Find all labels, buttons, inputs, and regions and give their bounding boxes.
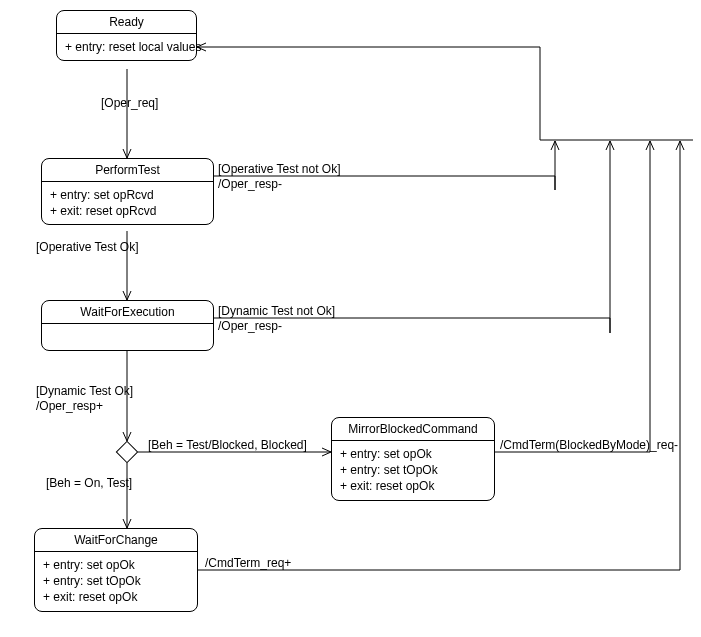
edge-label: [Dynamic Test Ok] — [36, 384, 133, 399]
edge-label: /Oper_resp+ — [36, 399, 103, 414]
edge-label: [Oper_req] — [101, 96, 158, 111]
state-title: WaitForExecution — [42, 301, 213, 324]
edge-label: /Oper_resp- — [218, 177, 282, 192]
edge-label: [Beh = Test/Blocked, Blocked] — [148, 438, 307, 453]
state-body: + entry: set opRcvd + exit: reset opRcvd — [42, 182, 213, 224]
edge-label: [Operative Test Ok] — [36, 240, 139, 255]
state-perform-test: PerformTest + entry: set opRcvd + exit: … — [41, 158, 214, 225]
state-wait-for-change: WaitForChange + entry: set opOk + entry:… — [34, 528, 198, 612]
state-body — [42, 324, 213, 354]
state-line: + entry: set opRcvd — [50, 187, 205, 203]
state-mirror-blocked-command: MirrorBlockedCommand + entry: set opOk +… — [331, 417, 495, 501]
edge-label: [Beh = On, Test] — [46, 476, 132, 491]
state-line: + entry: set tOpOk — [340, 462, 486, 478]
state-line: + entry: set opOk — [43, 557, 189, 573]
state-body: + entry: reset local values — [57, 34, 196, 60]
state-title: MirrorBlockedCommand — [332, 418, 494, 441]
edge-label: [Operative Test not Ok] — [218, 162, 341, 177]
edge-label: /CmdTerm(BlockedByMode)_req- — [500, 438, 678, 453]
state-wait-for-execution: WaitForExecution — [41, 300, 214, 351]
state-line: + exit: reset opOk — [43, 589, 189, 605]
state-line: + entry: reset local values — [65, 39, 188, 55]
state-title: Ready — [57, 11, 196, 34]
state-title: WaitForChange — [35, 529, 197, 552]
edge-label: /Oper_resp- — [218, 319, 282, 334]
state-body: + entry: set opOk + entry: set tOpOk + e… — [35, 552, 197, 611]
edge-label: /CmdTerm_req+ — [205, 556, 291, 571]
state-diagram: { "states": { "ready": { "title": "Ready… — [0, 0, 701, 637]
state-title: PerformTest — [42, 159, 213, 182]
state-line: + exit: reset opOk — [340, 478, 486, 494]
state-line: + entry: set tOpOk — [43, 573, 189, 589]
state-line: + exit: reset opRcvd — [50, 203, 205, 219]
state-ready: Ready + entry: reset local values — [56, 10, 197, 61]
edge-label: [Dynamic Test not Ok] — [218, 304, 335, 319]
state-body: + entry: set opOk + entry: set tOpOk + e… — [332, 441, 494, 500]
state-line: + entry: set opOk — [340, 446, 486, 462]
